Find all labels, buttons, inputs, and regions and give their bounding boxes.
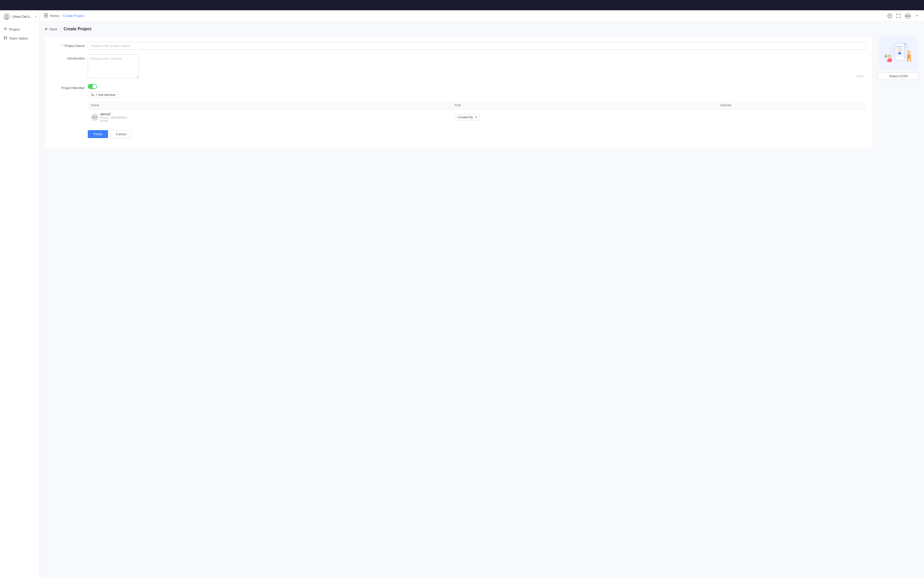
avatar (3, 13, 10, 20)
user-dropdown-icon[interactable] (914, 13, 920, 19)
form-actions: Finish Cancel (88, 130, 866, 138)
sidebar-item-team-option[interactable]: Team Option (0, 34, 39, 43)
svg-point-13 (888, 14, 892, 18)
add-member-label: + Add Member (96, 93, 115, 97)
avatar-label: dem (92, 116, 97, 119)
github-icon[interactable] (887, 13, 893, 19)
member-table: Name Role Operate (88, 101, 866, 125)
member-email: Email: (101, 119, 127, 122)
toggle-knob (93, 84, 96, 89)
svg-rect-20 (896, 48, 901, 48)
textarea-wrapper: 0/255 (88, 54, 866, 79)
svg-rect-19 (896, 46, 903, 47)
svg-rect-11 (44, 15, 48, 16)
svg-rect-5 (4, 29, 7, 30)
team-icon (3, 36, 7, 41)
finish-button[interactable]: Finish (88, 130, 108, 138)
sidebar-nav: Project Team Option (0, 23, 39, 45)
col-role: Role (452, 101, 718, 110)
breadcrumb-separator: / (60, 14, 62, 18)
project-icon (3, 27, 7, 32)
svg-point-21 (898, 49, 901, 52)
required-star: * (62, 44, 63, 48)
topbar (0, 0, 924, 10)
svg-point-24 (906, 46, 907, 47)
navbar-left: Home / Create Project (44, 14, 84, 18)
svg-rect-29 (907, 54, 911, 59)
project-member-row: Project Member (51, 84, 866, 138)
sidebar-item-label-team-option: Team Option (9, 36, 28, 40)
introduction-row: Introduction 0/255 (51, 54, 866, 79)
svg-rect-4 (4, 29, 7, 29)
col-operate: Operate (717, 101, 866, 110)
svg-rect-22 (898, 52, 901, 54)
svg-rect-7 (4, 38, 5, 39)
project-name-label: * Project Name (51, 42, 85, 48)
member-details: demo2 Phone: 18818888881 Email: (101, 112, 127, 122)
navbar: Home / Create Project (40, 10, 924, 21)
icon-preview (879, 36, 918, 70)
sidebar: Lihua Cat A... ▾ Project (0, 10, 40, 578)
svg-point-28 (907, 50, 911, 54)
project-name-row: * Project Name (51, 42, 866, 50)
svg-point-25 (888, 54, 892, 58)
svg-rect-6 (4, 36, 5, 37)
introduction-label: Introduction (51, 54, 85, 60)
breadcrumb: Home / Create Project (50, 14, 84, 18)
user-label: dem (905, 15, 910, 18)
project-name-input[interactable] (88, 42, 866, 50)
avatar: dem (91, 114, 98, 121)
member-info: dem demo2 Phone: 18818888881 Email: (91, 112, 449, 122)
svg-rect-31 (910, 59, 911, 62)
role-cell: Created By (452, 110, 718, 125)
app-layout: Lihua Cat A... ▾ Project (0, 10, 924, 578)
operate-cell (717, 110, 866, 125)
project-member-toggle[interactable] (88, 84, 97, 89)
member-name-cell: dem demo2 Phone: 18818888881 Email: (88, 110, 452, 125)
page-area: Back Create Project * Project Name (40, 21, 924, 578)
textarea-counter: 0/255 (856, 75, 864, 78)
form-container: * Project Name Introduction 0/255 (45, 36, 919, 148)
svg-rect-27 (887, 60, 889, 62)
sidebar-header[interactable]: Lihua Cat A... ▾ (0, 10, 39, 23)
user-avatar[interactable]: dem (905, 13, 911, 19)
svg-rect-8 (6, 36, 7, 38)
add-member-button[interactable]: + Add Member (88, 92, 119, 98)
introduction-textarea[interactable] (88, 54, 139, 78)
form-main: * Project Name Introduction 0/255 (45, 36, 873, 148)
sidebar-item-label-project: Project (9, 28, 19, 31)
cancel-button[interactable]: Cancel (110, 130, 132, 138)
toggle-wrapper (88, 84, 866, 89)
role-select[interactable]: Created By (455, 114, 480, 121)
svg-point-23 (905, 43, 906, 45)
svg-rect-12 (44, 17, 48, 17)
member-name: demo2 (101, 112, 127, 116)
sidebar-item-project[interactable]: Project (0, 25, 39, 34)
svg-rect-3 (4, 28, 7, 28)
menu-icon[interactable] (44, 14, 48, 18)
illustration (882, 39, 915, 67)
svg-point-14 (890, 15, 890, 15)
navbar-right: dem (887, 13, 920, 19)
breadcrumb-current: Create Project (63, 14, 84, 18)
table-body: dem demo2 Phone: 18818888881 Email: (88, 110, 866, 125)
select-icon-button[interactable]: Select ICON (878, 72, 919, 80)
fullscreen-icon[interactable] (896, 13, 901, 19)
chevron-down-icon: ▾ (35, 15, 36, 18)
svg-rect-9 (6, 38, 7, 39)
table-header: Name Role Operate (88, 101, 866, 110)
member-phone: Phone: 18818888881 (101, 116, 127, 119)
back-button[interactable]: Back (45, 27, 57, 31)
svg-rect-10 (44, 14, 48, 14)
breadcrumb-home[interactable]: Home (50, 14, 59, 18)
project-member-label: Project Member (51, 84, 85, 90)
org-name: Lihua Cat A... (12, 15, 33, 18)
back-label: Back (50, 27, 57, 31)
table-row: dem demo2 Phone: 18818888881 Email: (88, 110, 866, 125)
page-header: Back Create Project (45, 27, 919, 31)
svg-point-1 (5, 15, 8, 17)
svg-point-15 (92, 94, 93, 95)
page-title: Create Project (64, 27, 92, 31)
icon-panel: Select ICON (878, 36, 919, 80)
member-section-content: + Add Member Name Role Operate (88, 84, 866, 138)
